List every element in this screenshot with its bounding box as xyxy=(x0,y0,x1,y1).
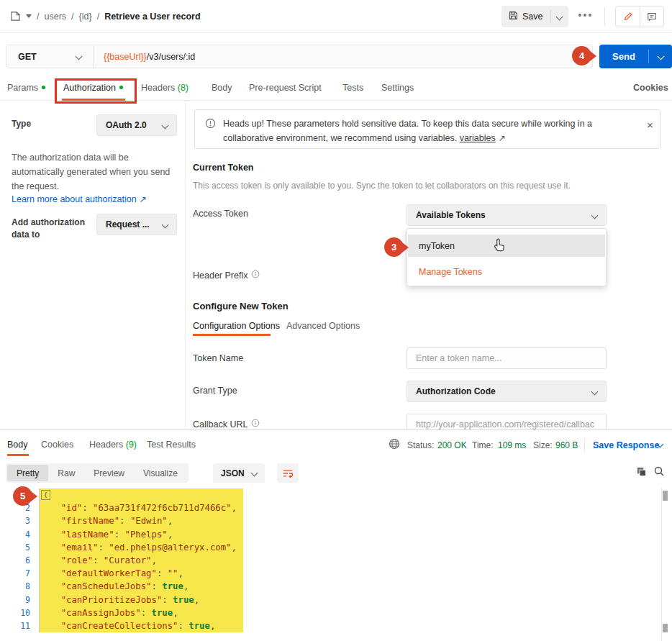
chevron-down-icon xyxy=(162,122,169,129)
chevron-down-icon xyxy=(76,53,83,60)
line-number: 3 xyxy=(0,516,39,526)
code-content[interactable]: { xyxy=(39,488,243,501)
tab-advanced-options[interactable]: Advanced Options xyxy=(286,321,360,331)
body-tab-underline xyxy=(7,454,29,456)
code-line: 10 "canAssignJobs": true, xyxy=(0,606,660,619)
type-label: Type xyxy=(12,119,31,129)
caret-down-icon[interactable] xyxy=(26,14,32,18)
code-content[interactable]: "lastName": "Phelps", xyxy=(39,528,243,541)
headers-count: (8) xyxy=(178,83,189,93)
token-name-input[interactable] xyxy=(407,347,607,369)
request-title[interactable]: Retrieve a User record xyxy=(104,12,200,22)
save-button-main[interactable]: Save xyxy=(501,6,550,27)
variables-link[interactable]: variables xyxy=(460,133,496,143)
code-content[interactable]: "canScheduleJobs": true, xyxy=(39,580,243,593)
cookies-link[interactable]: Cookies xyxy=(633,83,668,93)
learn-more-link[interactable]: Learn more about authorization ↗ xyxy=(12,194,147,204)
grant-type-select[interactable]: Authorization Code xyxy=(407,381,607,402)
chevron-down-icon xyxy=(251,470,258,477)
file-icon[interactable] xyxy=(10,11,21,22)
breadcrumb-users[interactable]: users xyxy=(44,12,66,22)
close-icon[interactable]: × xyxy=(647,119,653,131)
code-lines[interactable]: 1{2 "id": "63aa731f472f6cb711d7466c",3 "… xyxy=(0,488,660,632)
access-token-select[interactable]: Available Tokens xyxy=(407,204,607,226)
tab-configuration-options[interactable]: Configuration Options xyxy=(193,321,280,331)
response-tab-body[interactable]: Body xyxy=(7,440,28,450)
view-tab-pretty[interactable]: Pretty xyxy=(7,465,48,481)
response-tab-test-results[interactable]: Test Results xyxy=(147,440,196,450)
callback-url-row: Callback URL xyxy=(193,419,260,429)
request-tabs: Params Authorization Headers (8) Body Pr… xyxy=(0,76,672,101)
line-number: 6 xyxy=(0,555,39,565)
annotation-step-5: 5 xyxy=(13,486,32,506)
send-button[interactable]: Send xyxy=(599,45,672,68)
response-tab-cookies[interactable]: Cookies xyxy=(41,440,73,450)
grant-type-value: Authorization Code xyxy=(416,386,496,396)
tab-headers[interactable]: Headers (8) xyxy=(141,83,189,93)
breadcrumb-sep: / xyxy=(37,12,39,22)
copy-icon[interactable] xyxy=(636,466,647,479)
line-number: 11 xyxy=(0,621,39,631)
info-icon[interactable] xyxy=(251,419,260,429)
tab-settings[interactable]: Settings xyxy=(381,83,414,93)
code-content[interactable]: "firstName": "Edwin", xyxy=(39,514,243,527)
tab-authorization[interactable]: Authorization xyxy=(63,83,123,93)
view-tab-raw[interactable]: Raw xyxy=(48,465,84,481)
wrap-text-icon[interactable] xyxy=(277,463,299,483)
more-options-icon[interactable] xyxy=(578,14,591,17)
format-select[interactable]: JSON xyxy=(213,463,265,483)
code-content[interactable]: "canCreateCollections": true, xyxy=(39,619,243,632)
search-icon[interactable] xyxy=(653,465,665,479)
time-value[interactable]: 109 ms xyxy=(498,440,526,450)
callback-url-label: Callback URL xyxy=(193,419,248,429)
breadcrumb-sep: / xyxy=(97,12,99,22)
method-select[interactable]: GET xyxy=(6,52,93,62)
auth-type-select[interactable]: OAuth 2.0 xyxy=(96,114,177,136)
size-value[interactable]: 960 B xyxy=(555,440,578,450)
method-value: GET xyxy=(18,52,37,62)
tab-body[interactable]: Body xyxy=(212,83,232,93)
view-tab-visualize[interactable]: Visualize xyxy=(134,465,187,481)
code-content[interactable]: "role": "Curator", xyxy=(39,554,243,567)
breadcrumb-id[interactable]: {id} xyxy=(79,12,92,22)
code-content[interactable]: "id": "63aa731f472f6cb711d7466c", xyxy=(39,501,243,514)
code-content[interactable]: "email": "ed.phelps@alteryx.com", xyxy=(39,541,243,554)
edit-pencil-icon[interactable] xyxy=(616,6,640,27)
external-link-icon: ↗ xyxy=(139,194,146,204)
code-line: 3 "firstName": "Edwin", xyxy=(0,514,660,527)
line-number: 4 xyxy=(0,529,39,540)
tab-prerequest-script[interactable]: Pre-request Script xyxy=(249,83,322,93)
response-tab-headers[interactable]: Headers (9) xyxy=(89,440,137,450)
view-tab-preview[interactable]: Preview xyxy=(84,465,134,481)
code-scrollbar-thumb-bottom[interactable] xyxy=(663,624,668,632)
save-button-label: Save xyxy=(522,12,543,22)
send-options-caret[interactable] xyxy=(649,54,672,59)
manage-tokens-link[interactable]: Manage Tokens xyxy=(408,260,605,283)
code-content[interactable]: "canAssignJobs": true, xyxy=(39,606,243,619)
response-view-tabs: Pretty Raw Preview Visualize xyxy=(6,463,189,483)
save-button[interactable]: Save xyxy=(501,6,568,27)
url-input[interactable]: {{baseUrl}}/v3/users/:id xyxy=(94,52,195,62)
info-icon[interactable] xyxy=(251,270,260,281)
access-token-label: Access Token xyxy=(193,209,248,219)
code-content[interactable]: "canPrioritizeJobs": true, xyxy=(39,594,243,606)
code-scrollbar-thumb[interactable] xyxy=(663,491,668,501)
save-options-caret[interactable] xyxy=(551,14,568,19)
authorization-modified-dot xyxy=(119,86,123,89)
code-line: 6 "role": "Curator", xyxy=(0,554,660,567)
tab-tests[interactable]: Tests xyxy=(342,83,363,93)
tab-params[interactable]: Params xyxy=(7,83,45,93)
params-modified-dot xyxy=(42,86,45,89)
save-response-button[interactable]: Save Response xyxy=(593,440,659,450)
size-label: Size: xyxy=(533,440,553,450)
status-value[interactable]: 200 OK xyxy=(437,440,467,450)
fold-marker-icon[interactable]: { xyxy=(41,490,50,500)
chevron-down-icon xyxy=(162,221,169,228)
alert-icon xyxy=(205,118,216,131)
code-content[interactable]: "defaultWorkerTag": "", xyxy=(39,567,243,580)
globe-icon[interactable] xyxy=(389,438,400,452)
breadcrumb-sep: / xyxy=(71,12,73,22)
comment-icon[interactable] xyxy=(640,6,663,27)
annotation-step-4-number: 4 xyxy=(579,50,584,61)
add-auth-data-select[interactable]: Request ... xyxy=(96,214,177,235)
